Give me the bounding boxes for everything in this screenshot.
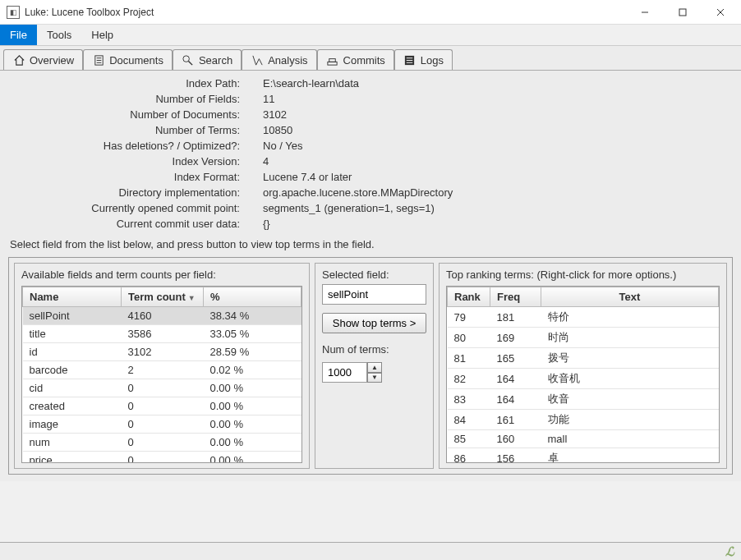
col-freq[interactable]: Freq bbox=[490, 287, 541, 307]
terms-panel: Top ranking terms: (Right-click for more… bbox=[439, 263, 727, 469]
tab-label: Analysis bbox=[268, 54, 307, 67]
svg-line-9 bbox=[189, 61, 193, 65]
info-value: 11 bbox=[263, 93, 733, 105]
info-label: Has deletions? / Optimized?: bbox=[8, 140, 263, 152]
col-count[interactable]: Term count▼ bbox=[122, 287, 204, 307]
menu-help[interactable]: Help bbox=[81, 25, 123, 45]
search-icon bbox=[182, 53, 195, 67]
num-terms-label: Num of terms: bbox=[322, 343, 426, 356]
panels-row: Available fields and term counts per fie… bbox=[8, 257, 733, 475]
spinner-up-button[interactable]: ▲ bbox=[367, 362, 382, 373]
table-row[interactable]: price00.00 % bbox=[23, 452, 301, 463]
tab-commits[interactable]: Commits bbox=[317, 49, 394, 70]
luke-logo-icon: ℒ bbox=[725, 544, 734, 559]
tab-label: Documents bbox=[109, 54, 163, 67]
terms-scroll[interactable]: Rank Freq Text 79181特价80169时尚81165拨号8216… bbox=[447, 287, 719, 462]
tab-logs[interactable]: Logs bbox=[394, 49, 453, 70]
terms-panel-title: Top ranking terms: (Right-click for more… bbox=[446, 269, 720, 281]
fields-panel: Available fields and term counts per fie… bbox=[14, 263, 310, 469]
info-value: 3102 bbox=[263, 108, 733, 121]
table-row[interactable]: barcode20.02 % bbox=[23, 361, 301, 379]
fields-scroll[interactable]: Name Term count▼ % sellPoint416038.34 %t… bbox=[22, 287, 301, 462]
maximize-button[interactable] bbox=[664, 0, 702, 24]
window-title: Luke: Lucene Toolbox Project bbox=[25, 7, 626, 18]
fields-panel-title: Available fields and term counts per fie… bbox=[21, 269, 302, 281]
center-panel: Selected field: Show top terms > Num of … bbox=[315, 263, 434, 469]
commits-icon bbox=[326, 53, 339, 67]
tab-analysis[interactable]: Analysis bbox=[242, 49, 316, 70]
info-label: Index Format: bbox=[8, 171, 263, 183]
app-icon: ◧ bbox=[7, 6, 20, 19]
logs-icon bbox=[403, 53, 417, 67]
table-row[interactable]: image00.00 % bbox=[23, 415, 301, 434]
info-value: {} bbox=[263, 218, 733, 230]
menu-tools[interactable]: Tools bbox=[37, 25, 81, 45]
terms-table: Rank Freq Text 79181特价80169时尚81165拨号8216… bbox=[447, 287, 719, 462]
table-row[interactable]: 83164收音 bbox=[448, 389, 719, 410]
info-label: Number of Fields: bbox=[8, 93, 263, 105]
tab-search[interactable]: Search bbox=[173, 49, 242, 70]
tab-label: Commits bbox=[343, 54, 385, 67]
table-row[interactable]: cid00.00 % bbox=[23, 379, 301, 397]
table-row[interactable]: 85160mall bbox=[448, 430, 719, 448]
table-row[interactable]: sellPoint416038.34 % bbox=[23, 307, 301, 325]
info-label: Currently opened commit point: bbox=[8, 202, 263, 214]
document-icon bbox=[92, 53, 105, 67]
info-value: Lucene 7.4 or later bbox=[263, 171, 733, 183]
table-row[interactable]: 79181特价 bbox=[448, 307, 719, 328]
table-row[interactable]: 80169时尚 bbox=[448, 328, 719, 348]
overview-content: Index Path:E:\search-learn\dataNumber of… bbox=[0, 71, 741, 481]
table-row[interactable]: 86156卓 bbox=[448, 448, 719, 463]
info-label: Directory implementation: bbox=[8, 186, 263, 199]
spinner-down-button[interactable]: ▼ bbox=[367, 373, 382, 383]
info-value: 10850 bbox=[263, 124, 733, 136]
close-button[interactable] bbox=[702, 0, 739, 24]
svg-rect-1 bbox=[679, 9, 686, 16]
info-value: segments_1 (generation=1, segs=1) bbox=[263, 202, 733, 214]
tab-bar: Overview Documents Search Analysis Commi… bbox=[0, 46, 741, 71]
info-value: No / Yes bbox=[263, 140, 733, 152]
info-label: Number of Documents: bbox=[8, 108, 263, 121]
col-text[interactable]: Text bbox=[541, 287, 719, 307]
svg-rect-11 bbox=[329, 58, 336, 62]
col-name[interactable]: Name bbox=[23, 287, 122, 307]
table-row[interactable]: 81165拨号 bbox=[448, 348, 719, 369]
fields-table: Name Term count▼ % sellPoint416038.34 %t… bbox=[22, 287, 301, 462]
analysis-icon bbox=[251, 53, 264, 67]
table-row[interactable]: 82164收音机 bbox=[448, 369, 719, 389]
title-bar: ◧ Luke: Lucene Toolbox Project bbox=[0, 0, 741, 25]
tab-label: Search bbox=[199, 54, 232, 67]
svg-rect-10 bbox=[328, 62, 337, 65]
sort-desc-icon: ▼ bbox=[188, 294, 196, 302]
table-row[interactable]: created00.00 % bbox=[23, 397, 301, 415]
col-pct[interactable]: % bbox=[204, 287, 301, 307]
info-label: Index Path: bbox=[8, 77, 263, 90]
home-icon bbox=[12, 53, 25, 67]
table-row[interactable]: num00.00 % bbox=[23, 434, 301, 452]
tab-label: Overview bbox=[30, 54, 74, 67]
instruction-text: Select field from the list below, and pr… bbox=[10, 238, 733, 250]
info-grid: Index Path:E:\search-learn\dataNumber of… bbox=[8, 77, 733, 230]
col-rank[interactable]: Rank bbox=[448, 287, 490, 307]
status-bar: ℒ bbox=[0, 542, 741, 560]
tab-documents[interactable]: Documents bbox=[83, 49, 173, 70]
menu-bar: File Tools Help bbox=[0, 25, 741, 46]
selected-field-input[interactable] bbox=[322, 284, 426, 305]
table-row[interactable]: 84161功能 bbox=[448, 410, 719, 430]
info-value: org.apache.lucene.store.MMapDirectory bbox=[263, 186, 733, 199]
minimize-button[interactable] bbox=[626, 0, 664, 24]
num-terms-input[interactable] bbox=[322, 362, 367, 383]
selected-field-label: Selected field: bbox=[322, 269, 426, 281]
tab-overview[interactable]: Overview bbox=[3, 49, 83, 70]
info-label: Number of Terms: bbox=[8, 124, 263, 136]
menu-file[interactable]: File bbox=[0, 25, 37, 45]
table-row[interactable]: id310228.59 % bbox=[23, 343, 301, 361]
info-value: E:\search-learn\data bbox=[263, 77, 733, 90]
info-label: Index Version: bbox=[8, 155, 263, 168]
show-top-terms-button[interactable]: Show top terms > bbox=[322, 313, 426, 333]
tab-label: Logs bbox=[421, 54, 444, 67]
svg-point-8 bbox=[183, 55, 190, 62]
info-value: 4 bbox=[263, 155, 733, 168]
table-row[interactable]: title358633.05 % bbox=[23, 325, 301, 343]
info-label: Current commit user data: bbox=[8, 218, 263, 230]
